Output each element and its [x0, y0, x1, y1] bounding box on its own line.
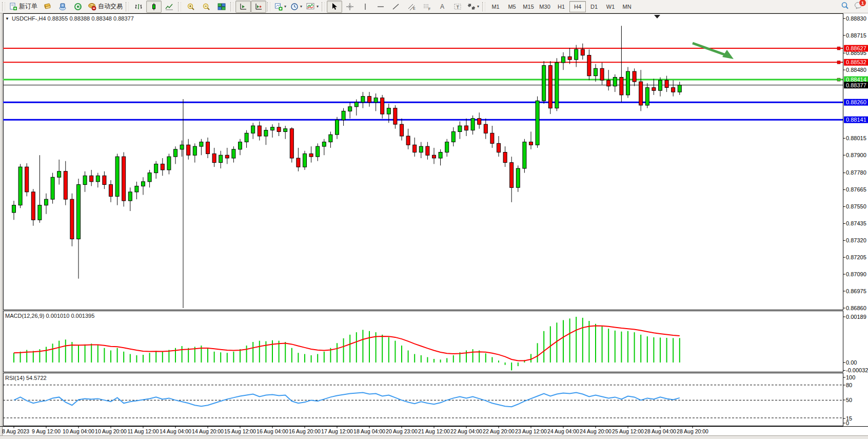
main-pane: [4, 14, 843, 310]
candlestick-chart-button[interactable]: [146, 1, 162, 13]
candle: [587, 55, 591, 76]
line-anchor-marker[interactable]: [837, 47, 840, 50]
candle: [581, 49, 584, 55]
candle: [251, 126, 255, 133]
autotrading-label: 自动交易: [98, 2, 123, 11]
candle: [271, 127, 274, 130]
candle: [200, 142, 203, 147]
chart-shift-button[interactable]: [251, 1, 266, 13]
fibonacci-button[interactable]: F: [419, 1, 435, 13]
vertical-line-button[interactable]: [358, 1, 373, 13]
tile-windows-button[interactable]: [214, 1, 229, 13]
chevron-down-icon: ▾: [477, 4, 479, 9]
timeframe-mn-button[interactable]: MN: [619, 1, 635, 12]
toolbar-drag-handle[interactable]: [322, 2, 325, 11]
candle: [471, 119, 475, 130]
autotrading-icon: [88, 3, 96, 11]
periods-button[interactable]: ▾: [288, 1, 304, 13]
timeframe-m15-button[interactable]: M15: [520, 1, 537, 12]
chart-shift-icon: [254, 3, 263, 11]
chat-notification-badge: 1: [859, 0, 866, 7]
tile-windows-icon: [218, 3, 226, 11]
candle: [548, 66, 552, 108]
timeframe-h1-button[interactable]: H1: [553, 1, 569, 12]
chart-canvas[interactable]: 0.888300.887150.885950.884800.880150.879…: [0, 0, 868, 439]
candle: [536, 101, 539, 145]
chat-button[interactable]: 1: [854, 2, 863, 11]
bar-chart-button[interactable]: [131, 1, 146, 13]
line-chart-icon: [165, 3, 173, 11]
candle: [70, 199, 74, 239]
candle: [336, 120, 339, 135]
macd-axis-label: -0.000328: [846, 367, 868, 373]
candle: [354, 102, 358, 107]
text-button[interactable]: A: [435, 1, 450, 13]
candle: [484, 124, 487, 133]
mt4-window: 新订单 自动交易: [0, 0, 868, 439]
horizontal-line-button[interactable]: [373, 1, 388, 13]
candle: [142, 182, 145, 186]
candle: [374, 98, 378, 103]
equidistant-channel-button[interactable]: E: [404, 1, 419, 13]
crosshair-button[interactable]: [342, 1, 358, 13]
new-chart-button[interactable]: ▾: [272, 1, 288, 13]
candle: [258, 126, 261, 136]
profile-button[interactable]: [40, 1, 55, 13]
toolbar-drag-handle[interactable]: [230, 2, 233, 11]
trend-line-button[interactable]: [388, 1, 404, 13]
zoom-in-icon: [187, 3, 195, 11]
price-tick-label: 0.88715: [846, 32, 866, 39]
profile-icon: [43, 3, 52, 10]
candle: [96, 176, 100, 182]
templates-button[interactable]: ▾: [304, 1, 321, 13]
signals-button[interactable]: [70, 1, 86, 13]
signals-icon: [74, 3, 82, 11]
timeframe-m30-button[interactable]: M30: [537, 1, 553, 12]
candle: [122, 157, 126, 201]
timeframe-w1-button[interactable]: W1: [602, 1, 619, 12]
timeframe-m5-button[interactable]: M5: [504, 1, 520, 12]
toolbar-drag-handle[interactable]: [126, 2, 129, 11]
arrows-icon: [467, 3, 476, 11]
candle: [393, 108, 397, 125]
candle: [503, 152, 507, 163]
data-window-button[interactable]: [55, 1, 70, 13]
candle: [497, 143, 501, 152]
candle: [109, 185, 113, 197]
line-chart-button[interactable]: [162, 1, 177, 13]
zoom-in-button[interactable]: [183, 1, 199, 13]
auto-scroll-button[interactable]: [235, 1, 251, 13]
candle: [652, 88, 656, 91]
text-icon: A: [440, 3, 444, 10]
zoom-out-button[interactable]: [199, 1, 214, 13]
price-tick-label: 0.87205: [846, 254, 866, 260]
candle: [490, 133, 494, 143]
cursor-button[interactable]: [327, 1, 342, 13]
candle: [161, 164, 164, 170]
timeframe-d1-button[interactable]: D1: [586, 1, 602, 12]
candle: [219, 155, 223, 162]
toolbar-drag-handle[interactable]: [178, 2, 181, 11]
candle: [322, 142, 326, 147]
toolbar-drag-handle[interactable]: [267, 2, 270, 11]
toolbar-drag-handle[interactable]: [482, 2, 485, 11]
line-anchor-marker[interactable]: [837, 78, 840, 81]
text-label-button[interactable]: T: [450, 1, 465, 13]
candle: [529, 142, 533, 145]
time-label: 16 Aug 04:00: [257, 428, 288, 434]
candle: [316, 146, 320, 157]
line-anchor-marker[interactable]: [837, 61, 840, 64]
timeframe-h4-button[interactable]: H4: [569, 1, 586, 12]
macd-pane: [4, 311, 843, 372]
new-order-button[interactable]: 新订单: [7, 1, 40, 13]
search-icon[interactable]: [841, 2, 849, 12]
timeframe-m1-button[interactable]: M1: [487, 1, 504, 12]
price-badge-label: 0.88627: [846, 45, 866, 51]
arrows-button[interactable]: ▾: [465, 1, 481, 13]
candle: [432, 155, 436, 158]
candle: [180, 145, 184, 149]
candle: [633, 71, 636, 82]
toolbar-drag-handle[interactable]: [2, 2, 5, 11]
text-label-icon: T: [453, 3, 462, 11]
autotrading-button[interactable]: 自动交易: [86, 1, 125, 13]
